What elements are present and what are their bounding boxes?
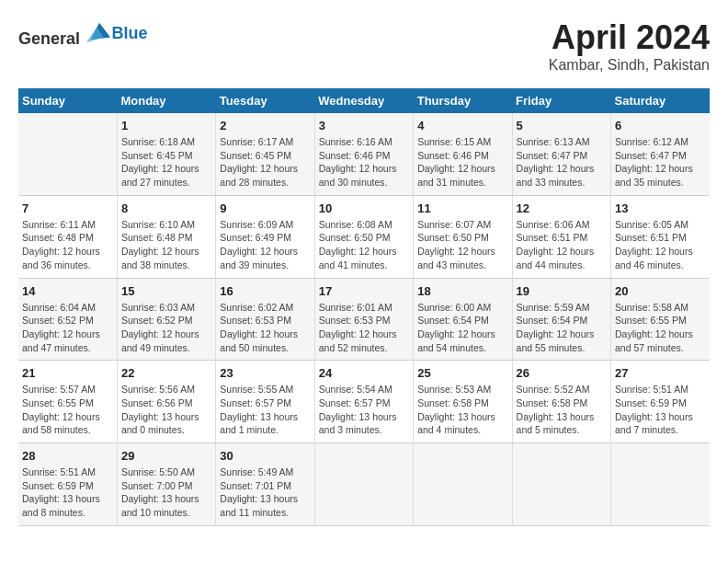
weekday-header-friday: Friday — [512, 88, 610, 113]
day-info: Sunrise: 5:56 AM Sunset: 6:56 PM Dayligh… — [121, 383, 211, 437]
day-info: Sunrise: 5:50 AM Sunset: 7:00 PM Dayligh… — [121, 465, 211, 520]
day-number: 10 — [319, 201, 409, 215]
day-number: 4 — [417, 119, 507, 132]
day-number: 5 — [517, 119, 607, 132]
day-number: 2 — [220, 119, 310, 132]
day-info: Sunrise: 5:54 AM Sunset: 6:57 PM Dayligh… — [319, 383, 409, 437]
calendar-cell: 27Sunrise: 5:51 AM Sunset: 6:59 PM Dayli… — [611, 361, 710, 443]
weekday-header-thursday: Thursday — [414, 88, 512, 113]
weekday-header-saturday: Saturday — [611, 88, 710, 113]
calendar-cell: 5Sunrise: 6:13 AM Sunset: 6:47 PM Daylig… — [512, 113, 610, 195]
calendar-cell — [611, 443, 710, 526]
calendar-cell: 1Sunrise: 6:18 AM Sunset: 6:45 PM Daylig… — [117, 113, 215, 195]
calendar-cell: 3Sunrise: 6:16 AM Sunset: 6:46 PM Daylig… — [314, 113, 413, 195]
calendar-cell: 16Sunrise: 6:02 AM Sunset: 6:53 PM Dayli… — [216, 278, 314, 361]
weekday-header-monday: Monday — [117, 88, 215, 113]
day-number: 19 — [517, 284, 607, 298]
calendar-cell: 29Sunrise: 5:50 AM Sunset: 7:00 PM Dayli… — [117, 443, 215, 526]
day-number: 1 — [121, 119, 211, 132]
weekday-header-row: SundayMondayTuesdayWednesdayThursdayFrid… — [18, 88, 710, 113]
day-number: 23 — [220, 366, 310, 380]
day-info: Sunrise: 5:53 AM Sunset: 6:58 PM Dayligh… — [417, 383, 507, 437]
logo-icon — [86, 18, 112, 44]
day-info: Sunrise: 6:02 AM Sunset: 6:53 PM Dayligh… — [220, 301, 310, 355]
week-row-1: 1Sunrise: 6:18 AM Sunset: 6:45 PM Daylig… — [18, 113, 710, 195]
day-info: Sunrise: 6:12 AM Sunset: 6:47 PM Dayligh… — [615, 135, 706, 190]
day-number: 11 — [417, 201, 507, 215]
day-info: Sunrise: 6:11 AM Sunset: 6:48 PM Dayligh… — [22, 218, 113, 272]
calendar-table: SundayMondayTuesdayWednesdayThursdayFrid… — [18, 88, 710, 526]
calendar-cell: 9Sunrise: 6:09 AM Sunset: 6:49 PM Daylig… — [216, 195, 314, 278]
day-info: Sunrise: 6:13 AM Sunset: 6:47 PM Dayligh… — [517, 135, 607, 190]
day-info: Sunrise: 5:55 AM Sunset: 6:57 PM Dayligh… — [220, 383, 310, 437]
weekday-header-tuesday: Tuesday — [216, 88, 314, 113]
day-info: Sunrise: 5:51 AM Sunset: 6:59 PM Dayligh… — [22, 465, 113, 520]
day-info: Sunrise: 5:51 AM Sunset: 6:59 PM Dayligh… — [615, 383, 706, 437]
day-info: Sunrise: 6:15 AM Sunset: 6:46 PM Dayligh… — [417, 135, 507, 190]
day-number: 21 — [22, 366, 113, 380]
day-number: 16 — [220, 284, 310, 298]
calendar-cell: 23Sunrise: 5:55 AM Sunset: 6:57 PM Dayli… — [216, 361, 314, 443]
day-info: Sunrise: 6:18 AM Sunset: 6:45 PM Dayligh… — [121, 135, 211, 190]
calendar-cell: 19Sunrise: 5:59 AM Sunset: 6:54 PM Dayli… — [512, 278, 610, 361]
day-info: Sunrise: 5:59 AM Sunset: 6:54 PM Dayligh… — [517, 301, 607, 355]
calendar-cell — [512, 443, 610, 526]
day-number: 3 — [319, 119, 409, 132]
page-header: General Blue April 2024 Kambar, Sindh, P… — [18, 18, 710, 74]
calendar-cell: 6Sunrise: 6:12 AM Sunset: 6:47 PM Daylig… — [611, 113, 710, 195]
calendar-cell: 21Sunrise: 5:57 AM Sunset: 6:55 PM Dayli… — [18, 361, 117, 443]
day-info: Sunrise: 5:58 AM Sunset: 6:55 PM Dayligh… — [615, 301, 706, 355]
day-number: 6 — [615, 119, 706, 132]
week-row-4: 21Sunrise: 5:57 AM Sunset: 6:55 PM Dayli… — [18, 361, 710, 443]
day-number: 29 — [121, 449, 211, 463]
calendar-cell: 14Sunrise: 6:04 AM Sunset: 6:52 PM Dayli… — [18, 278, 117, 361]
calendar-cell: 20Sunrise: 5:58 AM Sunset: 6:55 PM Dayli… — [611, 278, 710, 361]
day-number: 22 — [121, 366, 211, 380]
day-number: 18 — [417, 284, 507, 298]
calendar-cell: 7Sunrise: 6:11 AM Sunset: 6:48 PM Daylig… — [18, 195, 117, 278]
week-row-3: 14Sunrise: 6:04 AM Sunset: 6:52 PM Dayli… — [18, 278, 710, 361]
day-number: 20 — [615, 284, 706, 298]
day-info: Sunrise: 5:52 AM Sunset: 6:58 PM Dayligh… — [517, 383, 607, 437]
calendar-cell: 2Sunrise: 6:17 AM Sunset: 6:45 PM Daylig… — [216, 113, 314, 195]
calendar-cell: 30Sunrise: 5:49 AM Sunset: 7:01 PM Dayli… — [216, 443, 314, 526]
day-number: 28 — [22, 449, 113, 463]
calendar-cell: 24Sunrise: 5:54 AM Sunset: 6:57 PM Dayli… — [314, 361, 413, 443]
day-number: 12 — [517, 201, 607, 215]
day-info: Sunrise: 6:17 AM Sunset: 6:45 PM Dayligh… — [220, 135, 310, 190]
calendar-subtitle: Kambar, Sindh, Pakistan — [549, 57, 710, 74]
calendar-cell: 12Sunrise: 6:06 AM Sunset: 6:51 PM Dayli… — [512, 195, 610, 278]
calendar-cell — [18, 113, 117, 195]
title-section: April 2024 Kambar, Sindh, Pakistan — [549, 18, 710, 74]
calendar-cell: 4Sunrise: 6:15 AM Sunset: 6:46 PM Daylig… — [414, 113, 512, 195]
day-info: Sunrise: 6:08 AM Sunset: 6:50 PM Dayligh… — [319, 218, 409, 272]
calendar-cell: 17Sunrise: 6:01 AM Sunset: 6:53 PM Dayli… — [314, 278, 413, 361]
logo: General Blue — [18, 18, 148, 49]
day-info: Sunrise: 6:09 AM Sunset: 6:49 PM Dayligh… — [220, 218, 310, 272]
calendar-cell: 25Sunrise: 5:53 AM Sunset: 6:58 PM Dayli… — [414, 361, 512, 443]
day-info: Sunrise: 5:57 AM Sunset: 6:55 PM Dayligh… — [22, 383, 113, 437]
day-number: 7 — [22, 201, 113, 215]
day-number: 9 — [220, 201, 310, 215]
day-info: Sunrise: 6:07 AM Sunset: 6:50 PM Dayligh… — [417, 218, 507, 272]
day-info: Sunrise: 6:00 AM Sunset: 6:54 PM Dayligh… — [417, 301, 507, 355]
day-number: 13 — [615, 201, 706, 215]
day-number: 30 — [220, 449, 310, 463]
calendar-cell: 28Sunrise: 5:51 AM Sunset: 6:59 PM Dayli… — [18, 443, 117, 526]
day-info: Sunrise: 5:49 AM Sunset: 7:01 PM Dayligh… — [220, 465, 310, 520]
calendar-cell: 15Sunrise: 6:03 AM Sunset: 6:52 PM Dayli… — [117, 278, 215, 361]
weekday-header-sunday: Sunday — [18, 88, 117, 113]
week-row-5: 28Sunrise: 5:51 AM Sunset: 6:59 PM Dayli… — [18, 443, 710, 526]
day-number: 27 — [615, 366, 706, 380]
day-number: 26 — [517, 366, 607, 380]
calendar-cell — [414, 443, 512, 526]
day-info: Sunrise: 6:03 AM Sunset: 6:52 PM Dayligh… — [121, 301, 211, 355]
day-number: 15 — [121, 284, 211, 298]
calendar-cell: 10Sunrise: 6:08 AM Sunset: 6:50 PM Dayli… — [314, 195, 413, 278]
day-number: 24 — [319, 366, 409, 380]
week-row-2: 7Sunrise: 6:11 AM Sunset: 6:48 PM Daylig… — [18, 195, 710, 278]
calendar-cell: 22Sunrise: 5:56 AM Sunset: 6:56 PM Dayli… — [117, 361, 215, 443]
day-info: Sunrise: 6:05 AM Sunset: 6:51 PM Dayligh… — [615, 218, 706, 272]
logo-blue: Blue — [112, 24, 148, 43]
calendar-cell: 13Sunrise: 6:05 AM Sunset: 6:51 PM Dayli… — [611, 195, 710, 278]
